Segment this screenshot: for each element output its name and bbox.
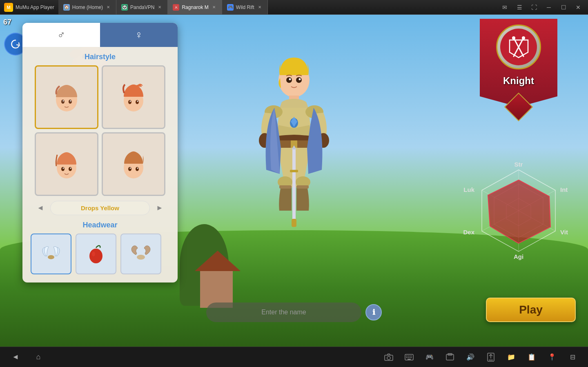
expand-button[interactable]: ⛶ xyxy=(528,3,540,12)
back-button[interactable]: ◄ xyxy=(8,350,23,365)
male-symbol: ♂ xyxy=(57,29,65,41)
svg-point-34 xyxy=(286,77,292,83)
svg-point-25 xyxy=(128,167,131,171)
name-input-area: ℹ xyxy=(206,302,382,322)
svg-rect-70 xyxy=(410,357,412,358)
volume-tool[interactable]: 🔊 xyxy=(463,350,478,365)
logo-icon: M xyxy=(4,3,13,12)
stats-radar: Str Int Vit Agi Dex Luk xyxy=(457,158,580,280)
stat-dex-label: Dex xyxy=(463,229,474,236)
svg-rect-65 xyxy=(406,356,408,356)
character-creation-panel: ♂ ♀ Hairstyle xyxy=(22,23,178,282)
gender-tab-male[interactable]: ♂ xyxy=(22,23,100,47)
svg-point-53 xyxy=(512,36,515,40)
svg-point-11 xyxy=(69,100,72,104)
headwear-option-2[interactable] xyxy=(76,234,116,274)
menu-button[interactable]: ☰ xyxy=(514,3,525,12)
tab-home-label: Home (Home) xyxy=(72,4,103,10)
close-button[interactable]: ✕ xyxy=(572,3,584,12)
split-tool[interactable]: ⊟ xyxy=(565,350,580,365)
camera-tool[interactable] xyxy=(381,350,396,365)
game-area: 67 ♂ xyxy=(0,15,588,347)
tab-wr-favicon: 🎮 xyxy=(227,4,234,11)
keyboard-tool[interactable] xyxy=(402,350,416,365)
bottom-navigation: ◄ ⌂ xyxy=(8,350,46,365)
knight-class-name: Knight xyxy=(486,75,552,87)
svg-point-16 xyxy=(136,100,139,104)
character-display xyxy=(237,47,351,278)
tab-ro-label: Ragnarok M xyxy=(182,4,208,10)
play-button[interactable]: Play xyxy=(486,298,576,322)
svg-rect-49 xyxy=(296,185,309,189)
maximize-button[interactable]: ☐ xyxy=(558,3,569,12)
tab-wr[interactable]: 🎮 Wild Rift ✕ xyxy=(222,0,268,14)
tab-vpn-close[interactable]: ✕ xyxy=(157,4,163,10)
svg-point-35 xyxy=(296,77,302,83)
play-button-label: Play xyxy=(519,303,543,316)
female-symbol: ♀ xyxy=(135,29,143,41)
svg-point-10 xyxy=(61,100,65,104)
svg-point-63 xyxy=(387,356,390,360)
tab-home[interactable]: 🏠 Home (Home) ✕ xyxy=(58,0,116,14)
tab-vpn[interactable]: 🐼 PandaVPN ✕ xyxy=(116,0,168,14)
mail-button[interactable]: ✉ xyxy=(499,3,510,12)
info-button[interactable]: ℹ xyxy=(365,304,382,320)
svg-marker-61 xyxy=(488,180,550,243)
svg-rect-67 xyxy=(410,356,412,356)
stat-vit-label: Vit xyxy=(560,229,568,236)
headwear-grid xyxy=(22,234,178,274)
svg-point-32 xyxy=(137,255,145,260)
tab-bar: 🏠 Home (Home) ✕ 🐼 PandaVPN ✕ ⚔ Ragnarok … xyxy=(58,0,495,14)
tab-wr-label: Wild Rift xyxy=(236,4,254,10)
tab-wr-close[interactable]: ✕ xyxy=(257,4,263,10)
color-label: Drops Yellow xyxy=(50,201,150,215)
screenshot-tool[interactable] xyxy=(443,350,457,365)
svg-point-36 xyxy=(289,78,291,80)
location-tool[interactable]: 📍 xyxy=(545,350,559,365)
fps-counter: 67 xyxy=(3,18,11,27)
stat-luk-label: Luk xyxy=(463,186,474,193)
hair-option-2[interactable] xyxy=(102,65,165,129)
titlebar: M MuMu App Player 🏠 Home (Home) ✕ 🐼 Pand… xyxy=(0,0,588,15)
gender-tab-female[interactable]: ♀ xyxy=(100,23,178,47)
headwear-option-1[interactable] xyxy=(31,234,71,274)
clipboard-tool[interactable]: 📋 xyxy=(524,350,539,365)
hair-option-1[interactable] xyxy=(35,65,98,129)
minimize-button[interactable]: ─ xyxy=(543,3,555,12)
hairstyle-section-title: Hairstyle xyxy=(22,53,178,61)
hair-option-4[interactable] xyxy=(102,132,165,196)
svg-rect-68 xyxy=(406,357,408,358)
svg-point-13 xyxy=(70,100,71,102)
svg-point-29 xyxy=(48,255,54,259)
name-input[interactable] xyxy=(206,302,361,322)
stat-str-label: Str xyxy=(514,161,523,168)
gamepad-tool[interactable]: 🎮 xyxy=(422,350,437,365)
folder-tool[interactable]: 📁 xyxy=(504,350,519,365)
knight-panel: Knight xyxy=(449,15,588,117)
svg-point-27 xyxy=(130,168,131,169)
tab-ro-close[interactable]: ✕ xyxy=(211,4,217,10)
home-button[interactable]: ⌂ xyxy=(31,350,46,365)
apk-tool[interactable] xyxy=(483,350,498,365)
svg-rect-48 xyxy=(279,185,292,189)
app-logo: M MuMu App Player xyxy=(0,3,58,12)
tab-ro-favicon: ⚔ xyxy=(173,4,179,11)
svg-point-23 xyxy=(70,168,71,169)
svg-point-26 xyxy=(136,167,139,171)
color-selector: ◄ Drops Yellow ► xyxy=(35,201,165,215)
stat-int-label: Int xyxy=(560,186,568,193)
refresh-icon xyxy=(9,38,22,51)
bottom-tools: 🎮 🔊 📁 📋 📍 ⊟ xyxy=(381,350,580,365)
svg-point-20 xyxy=(61,167,65,171)
headwear-option-3[interactable] xyxy=(120,234,161,274)
svg-rect-66 xyxy=(408,356,410,356)
svg-rect-69 xyxy=(408,357,410,358)
hair-option-3[interactable] xyxy=(35,132,98,196)
color-prev-button[interactable]: ◄ xyxy=(35,202,46,214)
tab-home-favicon: 🏠 xyxy=(63,4,70,11)
color-next-button[interactable]: ► xyxy=(154,202,165,214)
stat-agi-label: Agi xyxy=(514,253,523,260)
hairstyle-grid xyxy=(22,65,178,196)
tab-ro[interactable]: ⚔ Ragnarok M ✕ xyxy=(168,0,222,14)
tab-home-close[interactable]: ✕ xyxy=(105,4,111,10)
